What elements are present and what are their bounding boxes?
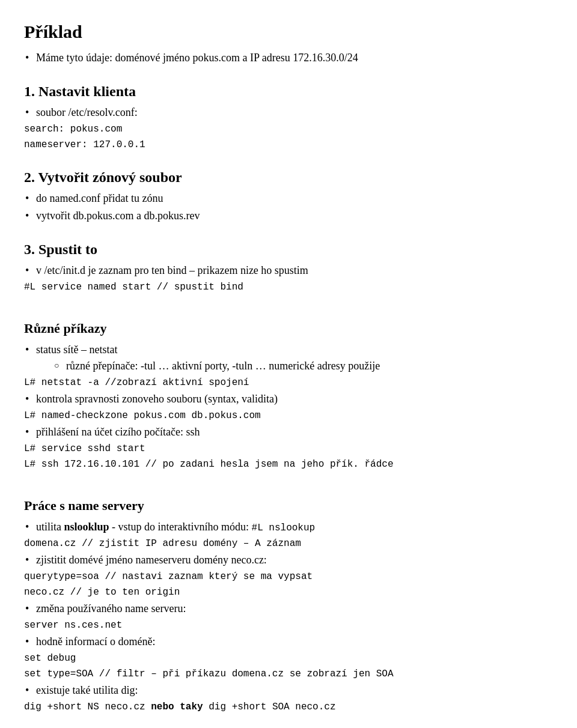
list-item: změna používaného name serveru:: [24, 601, 553, 617]
code-line: domena.cz // zjistit IP adresu domény – …: [24, 536, 553, 551]
section1-heading: 1. Nastavit klienta: [24, 80, 553, 102]
section5-list3: změna používaného name serveru:: [24, 601, 553, 617]
section2-list: do named.conf přidat tu zónu vytvořit db…: [24, 190, 553, 224]
list-item: status sítě – netstat různé přepínače: -…: [24, 342, 553, 374]
list-item: vytvořit db.pokus.com a db.pokus.rev: [24, 208, 553, 224]
code-line: server ns.ces.net: [24, 618, 553, 632]
list-item: zjistitit domévé jméno nameserveru domén…: [24, 552, 553, 568]
bullet1-post: - vstup do interaktivního módu:: [109, 521, 252, 533]
intro-list: Máme tyto údaje: doménové jméno pokus.co…: [24, 50, 553, 66]
sub-list: různé přepínače: -tul … aktivní porty, -…: [36, 358, 553, 374]
list-item: Máme tyto údaje: doménové jméno pokus.co…: [24, 50, 553, 66]
code-line: nameserver: 127.0.0.1: [24, 138, 553, 152]
code-line: set type=SOA // filtr – při příkazu dome…: [24, 667, 553, 681]
code-line-dig: dig +short NS neco.cz nebo taky dig +sho…: [24, 700, 553, 714]
section5-list2: zjistitit domévé jméno nameserveru domén…: [24, 552, 553, 568]
list-item: přihlášení na účet cizího počítače: ssh: [24, 424, 553, 440]
section5-heading: Práce s name servery: [24, 496, 553, 515]
code-line: L# ssh 172.16.10.101 // po zadani hesla …: [24, 457, 553, 472]
section4-heading: Různé příkazy: [24, 318, 553, 338]
section2-heading: 2. Vytvořit zónový soubor: [24, 166, 553, 188]
dig-code-pre: dig +short NS neco.cz: [24, 702, 151, 712]
code-line: L# netstat -a //zobrazí aktivní spojení: [24, 375, 553, 390]
section1-list: soubor /etc/resolv.conf:: [24, 105, 553, 121]
list-item: soubor /etc/resolv.conf:: [24, 105, 553, 121]
section3-heading: 3. Spustit to: [24, 238, 553, 260]
section4-list2: kontrola spravnosti zonoveho souboru (sy…: [24, 391, 553, 407]
list-item: kontrola spravnosti zonoveho souboru (sy…: [24, 391, 553, 407]
section5-list4: hodně informací o doméně:: [24, 634, 553, 650]
list-item: existuje také utilita dig:: [24, 682, 553, 699]
list-item: v /etc/init.d je zaznam pro ten bind – p…: [24, 262, 553, 279]
code-line: L# named-checkzone pokus.com db.pokus.co…: [24, 408, 553, 423]
bullet1-pre: utilita: [36, 521, 64, 533]
code-line: neco.cz // je to ten origin: [24, 585, 553, 599]
list-item: utilita nslooklup - vstup do interaktivn…: [24, 519, 553, 535]
bullet1-bold: nslooklup: [64, 521, 109, 533]
section4-list: status sítě – netstat různé přepínače: -…: [24, 342, 553, 374]
sub-list-item: různé přepínače: -tul … aktivní porty, -…: [54, 358, 553, 374]
code-line: querytype=soa // nastavi zaznam který se…: [24, 569, 553, 584]
section5-list: utilita nslooklup - vstup do interaktivn…: [24, 519, 553, 535]
dig-code-post: dig +short SOA neco.cz: [203, 702, 336, 712]
section3-list: v /etc/init.d je zaznam pro ten bind – p…: [24, 262, 553, 279]
code-line: #L service named start // spustit bind: [24, 280, 553, 294]
section4-list3: přihlášení na účet cizího počítače: ssh: [24, 424, 553, 440]
dig-nebo-taky: nebo taky: [151, 702, 203, 712]
list-item: hodně informací o doméně:: [24, 634, 553, 650]
section5-list5: existuje také utilita dig:: [24, 682, 553, 699]
page-title: Příklad: [24, 18, 553, 45]
list-item: do named.conf přidat tu zónu: [24, 190, 553, 207]
bullet1-code: #L nslookup: [252, 523, 316, 533]
code-line: search: pokus.com: [24, 122, 553, 136]
code-line: set debug: [24, 651, 553, 666]
code-line: L# service sshd start: [24, 441, 553, 456]
